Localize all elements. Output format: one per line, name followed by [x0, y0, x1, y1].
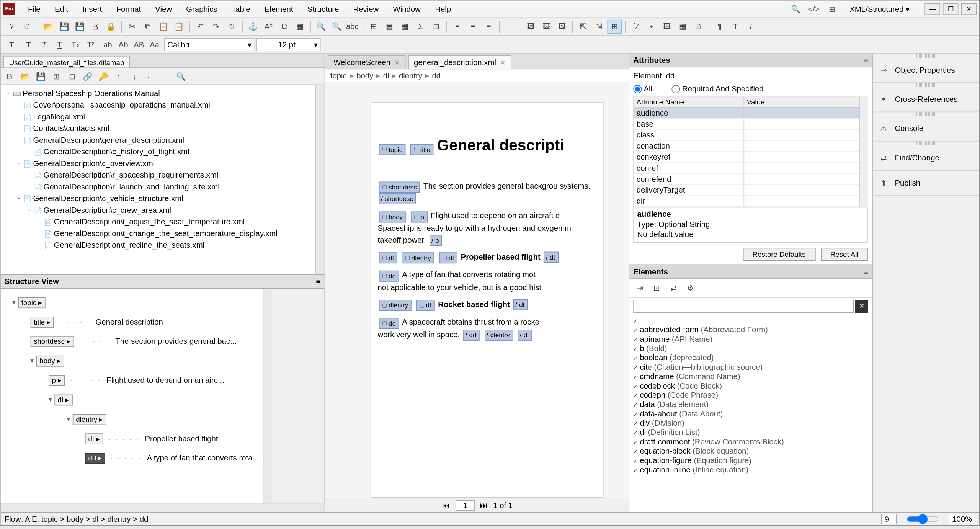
dd-text[interactable]: A spacecraft obtains thrust from a rocke — [402, 317, 539, 327]
menu-structure[interactable]: Structure — [301, 2, 345, 16]
view-tags-icon[interactable]: ⊞ — [608, 19, 622, 33]
zoom-out-icon[interactable]: − — [900, 514, 904, 523]
superscript-icon[interactable]: T² — [84, 37, 98, 51]
rm-search-icon[interactable]: 🔍 — [175, 70, 188, 83]
structure-row[interactable]: ▼dlentry ▸ — [5, 410, 259, 429]
status-page-input[interactable] — [881, 514, 897, 524]
panel-menu-icon[interactable]: ≡ — [864, 56, 868, 64]
close-tab-icon[interactable]: ✕ — [394, 59, 400, 66]
structure-view[interactable]: ▼topic ▸title ▸· · · · ·General descript… — [1, 289, 263, 503]
element-list-item[interactable]: ✓equation-inline (Inline equation) — [633, 465, 868, 474]
help-icon[interactable]: ? — [5, 19, 19, 33]
tag-dd[interactable]: dd — [379, 270, 399, 281]
radio-required[interactable]: Required And Specified — [672, 84, 764, 93]
element-list-item[interactable]: ✓cmdname (Command Name) — [633, 372, 868, 381]
element-list-item[interactable]: ✓codeblock (Code Block) — [633, 381, 868, 390]
menu-window[interactable]: Window — [387, 2, 427, 16]
tag-dl-close[interactable]: dl — [518, 329, 532, 340]
formula-icon[interactable]: Σ — [413, 19, 428, 33]
reset-all-button[interactable]: Reset All — [820, 248, 868, 261]
textformat-icon[interactable]: T — [743, 19, 758, 33]
element-list-item[interactable]: ✓apiname (API Name) — [633, 335, 868, 344]
element-list-item[interactable]: ✓b (Bold) — [633, 344, 868, 353]
save-all-icon[interactable]: 💾 — [73, 19, 87, 33]
element-list-item[interactable]: ✓codeph (Code Phrase) — [633, 390, 868, 400]
font-combo[interactable]: Calibri▾ — [164, 38, 255, 51]
align-left-icon[interactable]: ≡ — [450, 19, 464, 33]
panel-find-change[interactable]: ⇄Find/Change — [873, 145, 979, 171]
element-list-item[interactable]: ✓equation-block (Block equation) — [633, 447, 868, 456]
align-right-icon[interactable]: ≡ — [482, 19, 496, 33]
page-number-input[interactable] — [456, 500, 475, 510]
tree-row[interactable]: GeneralDescription\r_launch_and_landing_… — [2, 181, 314, 193]
dd-text[interactable]: not applicable to your vehicle, but is a… — [377, 282, 541, 292]
pilcrow-icon[interactable]: ¶ — [712, 19, 727, 33]
element-list-item[interactable]: ✓abbreviated-form (Abbreviated Form) — [633, 325, 868, 334]
element-list-item[interactable]: ✓equation-figure (Equation figure) — [633, 456, 868, 465]
p-text[interactable]: takeoff power. — [377, 235, 426, 244]
symbol-icon[interactable]: Ω — [277, 19, 291, 33]
panel-cross-references[interactable]: ✶Cross-References — [873, 87, 979, 112]
list-num-icon[interactable]: ⅟ — [629, 19, 643, 33]
italic-icon[interactable]: T — [37, 37, 51, 51]
structure-row[interactable]: dd ▸· · · · ·A type of fan that converts… — [5, 448, 259, 468]
new-icon[interactable]: 🗎 — [20, 19, 34, 33]
panel-publish[interactable]: ⬆Publish — [873, 171, 979, 196]
tag-shortdesc-close[interactable]: shortdesc — [379, 193, 416, 204]
restore-button[interactable]: ❐ — [943, 3, 959, 15]
menu-format[interactable]: Format — [110, 2, 147, 16]
subscript-icon[interactable]: T₂ — [68, 37, 82, 51]
elem-change-icon[interactable]: ⇄ — [667, 281, 680, 294]
attribute-row[interactable]: base — [634, 119, 867, 130]
tree-row[interactable]: GeneralDescription\t_adjust_the_seat_tem… — [2, 216, 314, 228]
copy-icon[interactable]: ⧉ — [141, 19, 155, 33]
structview-scrollbar[interactable] — [263, 289, 272, 503]
paste-special-icon[interactable]: 📋 — [172, 19, 186, 33]
menu-element[interactable]: Element — [258, 2, 300, 16]
structview-hscroll[interactable] — [1, 503, 325, 512]
attribute-row[interactable]: dir — [634, 196, 867, 207]
structure-row[interactable]: ▼dl ▸ — [5, 390, 259, 410]
tag-dd-close[interactable]: dd — [463, 329, 480, 340]
structure-row[interactable]: shortdesc ▸· · · · ·The section provides… — [5, 331, 259, 351]
tree-row[interactable]: Contacts\contacts.xml — [2, 122, 314, 134]
restore-defaults-button[interactable]: Restore Defaults — [743, 248, 815, 261]
first-page-icon[interactable]: ⏮ — [441, 500, 452, 510]
zoom-out-icon[interactable]: 🔍 — [330, 19, 344, 33]
tree-row[interactable]: GeneralDescription\t_change_the_seat_tem… — [2, 228, 314, 240]
bold-icon[interactable]: T — [21, 37, 36, 51]
rm-remove-icon[interactable]: ⊟ — [65, 70, 78, 83]
tag-p-close[interactable]: p — [430, 235, 442, 246]
elem-insert-icon[interactable]: ⇥ — [633, 281, 646, 294]
tree-row[interactable]: −GeneralDescription\c_vehicle_structure.… — [2, 193, 314, 204]
tag-dlentry-close[interactable]: dlentry — [484, 329, 513, 340]
align-center-icon[interactable]: ≡ — [466, 19, 480, 33]
tag-title[interactable]: title — [410, 144, 433, 155]
tag-dt-close[interactable]: dt — [544, 251, 559, 263]
object-icon[interactable]: ▦ — [292, 19, 307, 33]
rm-add-icon[interactable]: ⊞ — [50, 70, 63, 83]
variables-icon[interactable]: ⊡ — [429, 19, 443, 33]
resource-tree[interactable]: −Personal Spaceship Operations ManualCov… — [1, 85, 315, 274]
dd-text[interactable]: A type of fan that converts rotating mot — [402, 270, 536, 279]
next-page-icon[interactable]: ⏭ — [479, 500, 489, 510]
shortdesc-text[interactable]: The section provides general backgrou — [423, 181, 558, 191]
tree-row[interactable]: GeneralDescription\c_history_of_flight.x… — [2, 146, 314, 158]
menu-table[interactable]: Table — [225, 2, 257, 16]
tag-dt[interactable]: dt — [416, 300, 434, 311]
dt-text[interactable]: Propeller based flight — [461, 252, 541, 261]
save-icon[interactable]: 💾 — [57, 19, 71, 33]
structure-row[interactable]: ▼topic ▸ — [5, 292, 259, 312]
attribute-row[interactable]: audience — [634, 108, 867, 119]
p-text[interactable]: Spaceship is ready to go with a hydrogen… — [377, 224, 571, 233]
document-page[interactable]: topic title General descripti shortdesc … — [371, 102, 604, 498]
structure-row[interactable]: p ▸· · · · ·Flight used to depend on an … — [5, 371, 259, 390]
panel-object-properties[interactable]: ⊸Object Properties — [873, 58, 979, 83]
redo-icon[interactable]: ↷ — [209, 19, 223, 33]
close-button[interactable]: ✕ — [961, 3, 977, 15]
print-icon[interactable]: 🖨 — [88, 19, 103, 33]
tag-dlentry[interactable]: dlentry — [379, 300, 412, 311]
rm-down-icon[interactable]: ↓ — [128, 70, 141, 83]
open-icon[interactable]: 📂 — [41, 19, 56, 33]
menu-graphics[interactable]: Graphics — [180, 2, 224, 16]
